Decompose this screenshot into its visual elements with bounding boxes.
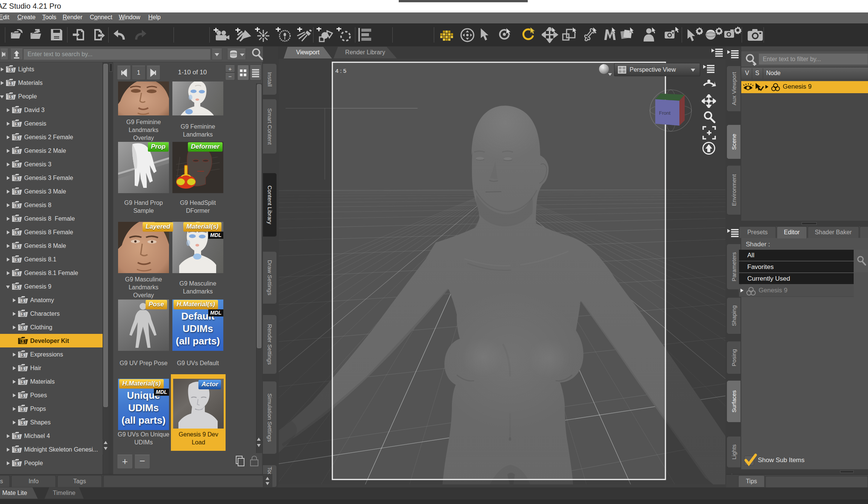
svg-text:S: S xyxy=(15,231,18,235)
svg-text:S: S xyxy=(22,367,24,371)
svg-text:S: S xyxy=(22,312,24,317)
svg-text:S: S xyxy=(22,394,24,398)
svg-text:S: S xyxy=(15,435,18,439)
svg-text:S: S xyxy=(15,122,18,126)
svg-text:S: S xyxy=(15,190,18,194)
svg-text:S: S xyxy=(22,353,24,357)
svg-text:S: S xyxy=(15,136,18,140)
svg-text:S: S xyxy=(15,462,18,466)
svg-text:S: S xyxy=(9,68,12,72)
svg-text:S: S xyxy=(15,177,18,181)
svg-text:S: S xyxy=(15,163,18,167)
svg-text:4 : 5: 4 : 5 xyxy=(335,68,346,74)
svg-text:S: S xyxy=(15,272,18,276)
svg-text:S: S xyxy=(15,109,18,113)
svg-text:S: S xyxy=(22,421,24,425)
svg-text:S: S xyxy=(22,380,24,384)
svg-text:S: S xyxy=(15,244,18,249)
svg-text:S: S xyxy=(15,285,18,289)
svg-text:S: S xyxy=(15,204,18,208)
svg-text:S: S xyxy=(15,258,18,262)
svg-text:S: S xyxy=(22,340,24,344)
svg-text:S: S xyxy=(9,81,12,86)
svg-text:S: S xyxy=(15,149,18,154)
svg-text:S: S xyxy=(22,407,24,412)
svg-text:S: S xyxy=(22,326,24,330)
svg-text:Front: Front xyxy=(659,110,671,116)
svg-text:S: S xyxy=(9,95,12,99)
svg-text:S: S xyxy=(22,299,24,303)
svg-text:S: S xyxy=(15,448,18,452)
svg-text:S: S xyxy=(15,217,18,221)
